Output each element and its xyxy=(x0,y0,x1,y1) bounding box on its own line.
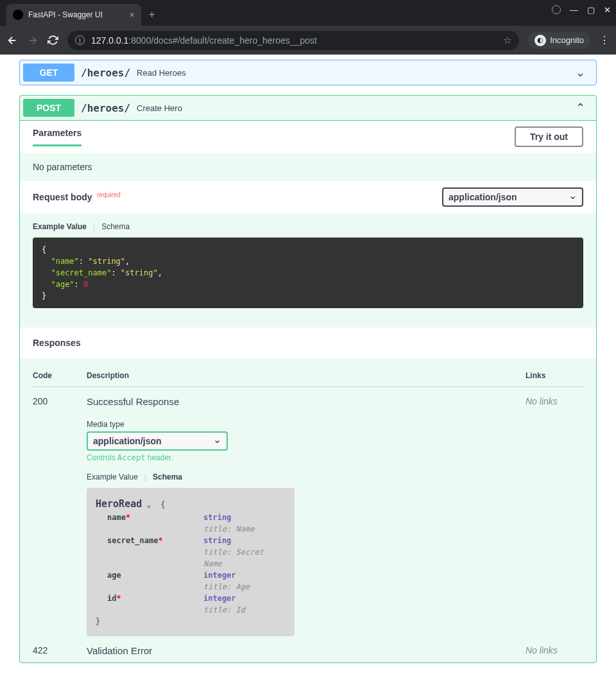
endpoint-summary: Create Hero xyxy=(137,103,182,113)
schema-property-row: secret_name*string xyxy=(107,535,286,546)
browser-chrome: FastAPI - Swagger UI × + — ▢ ✕ i 127.0.0… xyxy=(0,0,616,55)
required-badge: required xyxy=(95,191,121,198)
close-window-button[interactable]: ✕ xyxy=(604,5,611,15)
method-badge: POST xyxy=(23,99,74,117)
no-parameters-text: No parameters xyxy=(20,153,596,181)
opblock-body: Parameters Try it out No parameters Requ… xyxy=(20,120,596,663)
col-desc: Description xyxy=(87,371,526,380)
schema-property-row: id*integer xyxy=(107,593,286,604)
response-row-200: 200 Successful Response Media type appli… xyxy=(33,387,583,636)
favicon-icon xyxy=(13,10,23,20)
url-text: 127.0.0.1:8000/docs#/default/create_hero… xyxy=(91,35,317,46)
browser-menu-button[interactable]: ⋮ xyxy=(599,34,610,46)
schema-property-row: name*string xyxy=(107,512,286,523)
schema-property-meta: title: Id xyxy=(107,604,286,616)
response-tabs: Example Value | Schema xyxy=(87,472,526,481)
response-links: No links xyxy=(526,645,583,656)
opblock-get-heroes: GET /heroes/ Read Heroes ⌄ xyxy=(19,60,597,85)
responses-header: Responses xyxy=(20,327,596,358)
incognito-icon: ◐ xyxy=(535,35,546,46)
response-code: 200 xyxy=(33,396,87,636)
request-body-content: Example Value | Schema { "name": "string… xyxy=(20,213,596,327)
opblock-post-heroes: POST /heroes/ Create Hero ⌃ Parameters T… xyxy=(19,95,597,663)
opblock-summary[interactable]: GET /heroes/ Read Heroes ⌄ xyxy=(20,60,596,85)
endpoint-summary: Read Heroes xyxy=(137,68,186,78)
media-type-select[interactable]: application/json xyxy=(87,431,228,451)
body-tabs: Example Value | Schema xyxy=(33,222,583,231)
close-tab-icon[interactable]: × xyxy=(130,10,135,20)
schema-box: HeroRead ⌄ { name*stringtitle: Namesecre… xyxy=(87,488,295,636)
address-bar: i 127.0.0.1:8000/docs#/default/create_he… xyxy=(0,26,616,55)
new-tab-button[interactable]: + xyxy=(149,9,155,21)
content-type-select[interactable]: application/json xyxy=(442,187,583,207)
endpoint-path: /heroes/ xyxy=(74,67,137,79)
schema-property-meta: title: Age xyxy=(107,581,286,593)
url-bar[interactable]: i 127.0.0.1:8000/docs#/default/create_he… xyxy=(67,31,519,50)
parameters-tab[interactable]: Parameters xyxy=(33,128,81,146)
response-code: 422 xyxy=(33,645,87,656)
tab-example-value[interactable]: Example Value xyxy=(87,472,138,481)
request-body-header: Request body required application/json xyxy=(20,181,596,213)
response-row-422: 422 Validation Error No links xyxy=(33,636,583,656)
tab-schema[interactable]: Schema xyxy=(153,472,182,481)
browser-tab[interactable]: FastAPI - Swagger UI × xyxy=(6,4,141,26)
tab-example-value[interactable]: Example Value xyxy=(33,222,87,231)
back-button[interactable] xyxy=(6,35,18,46)
endpoint-path: /heroes/ xyxy=(74,102,137,114)
tab-title: FastAPI - Swagger UI xyxy=(28,10,124,19)
window-controls: — ▢ ✕ xyxy=(552,5,611,15)
responses-table-head: Code Description Links xyxy=(33,365,583,387)
response-description: Validation Error xyxy=(87,645,526,656)
accept-header-note: Controls Accept header. xyxy=(87,453,526,462)
reload-button[interactable] xyxy=(47,35,58,46)
bookmark-star-icon[interactable]: ☆ xyxy=(503,35,511,46)
parameters-header: Parameters Try it out xyxy=(20,121,596,153)
schema-model-name[interactable]: HeroRead xyxy=(96,498,142,510)
maximize-button[interactable]: ▢ xyxy=(587,5,595,15)
opblock-summary[interactable]: POST /heroes/ Create Hero ⌃ xyxy=(20,96,596,120)
response-title: Successful Response xyxy=(87,396,526,407)
schema-property-row: ageinteger xyxy=(107,569,286,581)
responses-heading: Responses xyxy=(33,338,583,348)
example-json-block[interactable]: { "name": "string", "secret_name": "stri… xyxy=(33,238,583,308)
response-links: No links xyxy=(526,396,583,636)
response-description: Successful Response Media type applicati… xyxy=(87,396,526,636)
tab-schema[interactable]: Schema xyxy=(101,222,130,231)
method-badge: GET xyxy=(23,64,74,82)
window-circle-icon[interactable] xyxy=(552,5,561,14)
page-content: GET /heroes/ Read Heroes ⌄ POST /heroes/… xyxy=(0,55,616,676)
col-code: Code xyxy=(33,371,87,380)
minimize-button[interactable]: — xyxy=(570,5,578,15)
site-info-icon[interactable]: i xyxy=(75,35,85,45)
chevron-down-icon[interactable]: ⌄ xyxy=(146,500,151,509)
try-it-out-button[interactable]: Try it out xyxy=(515,126,583,147)
media-type-label: Media type xyxy=(87,420,526,429)
response-title: Validation Error xyxy=(87,645,526,656)
schema-property-meta: title: Secret Name xyxy=(107,546,286,569)
incognito-badge[interactable]: ◐ Incognito xyxy=(528,32,590,49)
schema-property-meta: title: Name xyxy=(107,523,286,535)
tab-bar: FastAPI - Swagger UI × + — ▢ ✕ xyxy=(0,0,616,26)
forward-button[interactable] xyxy=(27,35,38,46)
responses-table: Code Description Links 200 Successful Re… xyxy=(20,358,596,663)
request-body-label: Request body xyxy=(33,192,92,202)
col-links: Links xyxy=(526,371,583,380)
chevron-up-icon: ⌃ xyxy=(576,101,585,115)
chevron-down-icon: ⌄ xyxy=(576,65,585,80)
